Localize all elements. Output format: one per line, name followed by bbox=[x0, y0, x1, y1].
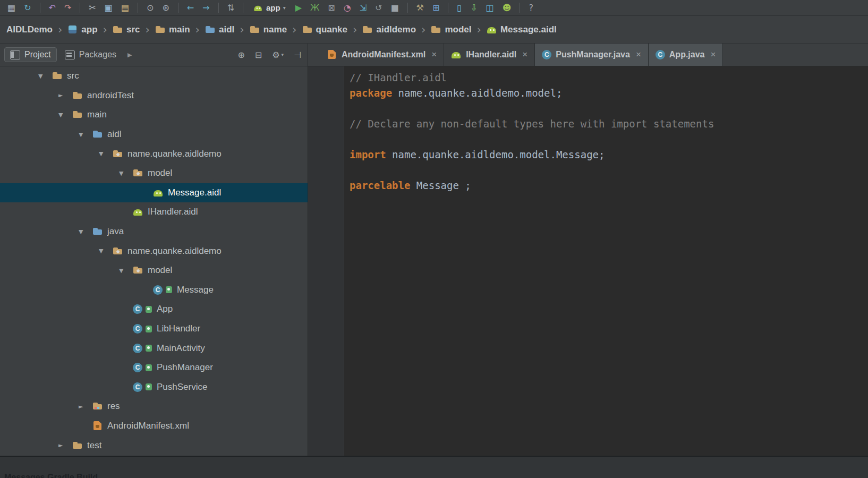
breadcrumb-item-main[interactable]: main bbox=[154, 24, 191, 35]
collapse-node-icon[interactable]: ▼ bbox=[99, 247, 113, 254]
layout-inspector-icon[interactable]: ◫ bbox=[486, 4, 494, 12]
breadcrumb-item-aidldemo[interactable]: AIDLDemo bbox=[5, 24, 54, 35]
breadcrumb-item-name[interactable]: name bbox=[249, 24, 288, 35]
breadcrumb-item-app[interactable]: app bbox=[66, 24, 98, 35]
android-monitor-icon[interactable]: ☻ bbox=[503, 4, 512, 12]
settings-gear-icon[interactable]: ⚙▾ bbox=[272, 50, 284, 60]
res-folder-icon bbox=[92, 402, 103, 411]
visibility-badge-icon bbox=[145, 364, 152, 372]
breadcrumb-item-src[interactable]: src bbox=[112, 24, 141, 35]
editor-tab-pushmanager-java[interactable]: PushManager.java× bbox=[535, 44, 649, 66]
tree-item-mainactivity[interactable]: MainActivity bbox=[0, 338, 308, 358]
gradle-sync-icon[interactable]: ⊞ bbox=[432, 4, 439, 12]
breadcrumb-item-quanke[interactable]: quanke bbox=[301, 24, 349, 35]
close-icon[interactable]: × bbox=[431, 49, 437, 60]
tree-item-message-aidl[interactable]: Message.aidl bbox=[0, 183, 308, 203]
tree-item-libhandler[interactable]: LibHandler bbox=[0, 319, 308, 339]
close-icon[interactable]: × bbox=[522, 49, 527, 60]
avd-manager-icon[interactable]: ▯ bbox=[457, 4, 462, 12]
replace-icon[interactable]: ⊛ bbox=[162, 4, 169, 12]
collapse-node-icon[interactable]: ▼ bbox=[119, 170, 133, 177]
tools-icon[interactable]: ⚒ bbox=[416, 4, 424, 12]
folder-icon bbox=[72, 91, 83, 100]
run-coverage-icon[interactable]: ⊠ bbox=[328, 4, 335, 12]
breadcrumb-item-model[interactable]: model bbox=[430, 24, 472, 35]
collapse-node-icon[interactable]: ▼ bbox=[38, 73, 52, 80]
close-icon[interactable]: × bbox=[711, 49, 716, 60]
undo-icon[interactable]: ↶ bbox=[49, 4, 56, 12]
editor-tab-ihandler-aidl[interactable]: IHandler.aidl× bbox=[444, 44, 535, 66]
code-area[interactable]: // IHandler.aidlpackage name.quanke.aidl… bbox=[344, 66, 868, 456]
stop-icon[interactable]: ■ bbox=[390, 4, 398, 12]
find-icon[interactable]: ⊙ bbox=[147, 4, 154, 12]
tree-item-res[interactable]: ►res bbox=[0, 397, 308, 416]
tree-item-model[interactable]: ▼model bbox=[0, 261, 308, 280]
breadcrumb-label: quanke bbox=[316, 24, 348, 35]
editor-tab-app-java[interactable]: App.java× bbox=[649, 44, 724, 66]
chevron-down-icon: ▾ bbox=[283, 5, 286, 11]
tree-item-name-quanke-aidldemo[interactable]: ▼name.quanke.aidldemo bbox=[0, 241, 308, 261]
more-tabs-icon[interactable]: ▶ bbox=[127, 52, 132, 58]
tree-item-java[interactable]: ▼java bbox=[0, 222, 308, 242]
visibility-badge-icon bbox=[145, 305, 152, 313]
visibility-badge-icon bbox=[165, 286, 173, 294]
folder-icon bbox=[250, 25, 260, 35]
line-numbers-icon[interactable]: ⇅ bbox=[227, 4, 234, 12]
packages-view-icon bbox=[65, 50, 75, 59]
tree-item-main[interactable]: ▼main bbox=[0, 105, 308, 125]
breadcrumb-separator-icon: › bbox=[240, 23, 244, 36]
tree-item-ihandler-aidl[interactable]: IHandler.aidl bbox=[0, 202, 308, 222]
locate-source-icon[interactable]: ⊕ bbox=[237, 50, 244, 60]
class-icon bbox=[542, 50, 551, 59]
breadcrumb-item-aidl[interactable]: aidl bbox=[204, 24, 235, 35]
tool-window-bar-label[interactable]: Messages Gradle Build bbox=[4, 473, 98, 478]
forward-icon[interactable]: → bbox=[202, 4, 209, 12]
expand-node-icon[interactable]: ► bbox=[58, 442, 72, 449]
close-icon[interactable]: × bbox=[636, 49, 641, 60]
sync-icon[interactable]: ↻ bbox=[24, 4, 31, 12]
code-line bbox=[350, 101, 868, 116]
sdk-manager-icon[interactable]: ⇩ bbox=[470, 4, 477, 12]
tree-item-label: LibHandler bbox=[157, 323, 200, 334]
tree-item-androidmanifest-xml[interactable]: AndroidManifest.xml bbox=[0, 416, 308, 436]
tree-item-androidtest[interactable]: ►androidTest bbox=[0, 86, 308, 106]
toolbar-separator bbox=[218, 3, 219, 13]
tree-item-model[interactable]: ▼model bbox=[0, 164, 308, 183]
tree-item-name-quanke-aidldemo[interactable]: ▼name.quanke.aidldemo bbox=[0, 144, 308, 164]
tree-item-aidl[interactable]: ▼aidl bbox=[0, 125, 308, 144]
collapse-node-icon[interactable]: ▼ bbox=[79, 228, 92, 235]
help-icon[interactable]: ? bbox=[529, 4, 533, 12]
profile-icon[interactable]: ◔ bbox=[344, 4, 351, 12]
collapse-node-icon[interactable]: ▼ bbox=[119, 267, 133, 274]
tool-window-tab-project[interactable]: Project bbox=[4, 47, 57, 62]
breadcrumb-item-aidldemo[interactable]: aidldemo bbox=[361, 24, 417, 35]
breadcrumb-item-message-aidl[interactable]: Message.aidl bbox=[486, 24, 558, 35]
rerun-icon[interactable]: ↺ bbox=[375, 4, 382, 12]
back-icon[interactable]: ← bbox=[187, 4, 194, 12]
redo-icon[interactable]: ↷ bbox=[64, 4, 71, 12]
save-icon[interactable]: ▦ bbox=[7, 4, 15, 12]
run-config-selector[interactable]: app▾ bbox=[253, 3, 286, 13]
collapse-node-icon[interactable]: ▼ bbox=[99, 150, 113, 157]
copy-icon[interactable]: ▣ bbox=[105, 4, 113, 12]
hide-panel-icon[interactable]: ⊣ bbox=[294, 50, 301, 60]
tree-item-src[interactable]: ▼src bbox=[0, 66, 308, 86]
tree-item-pushservice[interactable]: PushService bbox=[0, 378, 308, 397]
collapse-node-icon[interactable]: ▼ bbox=[58, 112, 72, 118]
attach-debugger-icon[interactable]: ⇲ bbox=[360, 4, 367, 12]
cut-icon[interactable]: ✂ bbox=[89, 4, 96, 12]
paste-icon[interactable]: ▤ bbox=[121, 4, 129, 12]
run-icon[interactable]: ▶ bbox=[295, 4, 302, 12]
tree-item-pushmanager[interactable]: PushManager bbox=[0, 358, 308, 378]
expand-node-icon[interactable]: ► bbox=[58, 92, 72, 99]
expand-node-icon[interactable]: ► bbox=[79, 403, 92, 410]
editor-tab-androidmanifest-xml[interactable]: AndroidManifest.xml× bbox=[320, 44, 444, 66]
tree-item-app[interactable]: App bbox=[0, 300, 308, 319]
collapse-all-icon[interactable]: ⊟ bbox=[255, 50, 262, 60]
tree-item-test[interactable]: ►test bbox=[0, 436, 308, 455]
tool-window-tab-packages[interactable]: Packages bbox=[59, 47, 122, 62]
debug-icon[interactable]: Ж bbox=[310, 4, 319, 12]
breadcrumb: AIDLDemo›app›src›main›aidl›name›quanke›a… bbox=[0, 16, 868, 44]
tree-item-message[interactable]: Message bbox=[0, 280, 308, 300]
collapse-node-icon[interactable]: ▼ bbox=[79, 131, 92, 138]
